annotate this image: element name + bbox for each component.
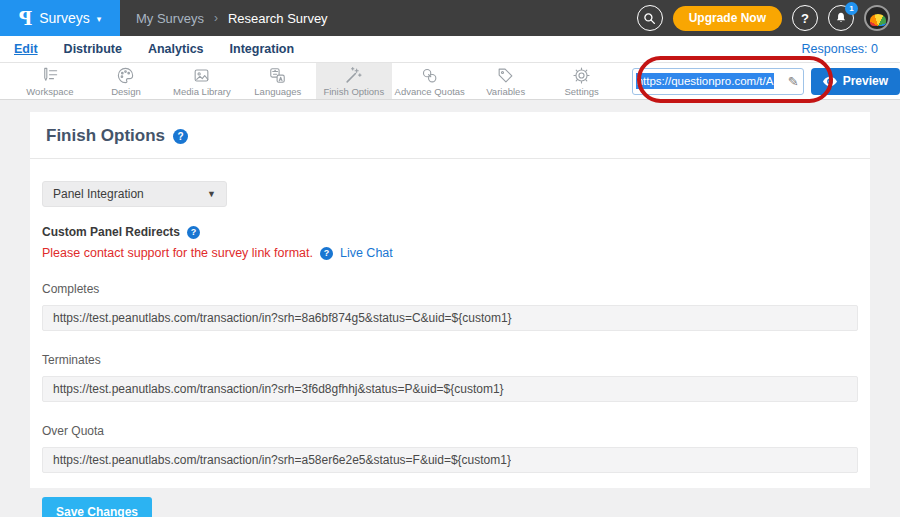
toolbar-tab-workspace[interactable]: Workspace — [12, 63, 88, 99]
toolbar-tab-advance-quotas[interactable]: Advance Quotas — [392, 63, 468, 99]
card-body: Panel Integration ▼ Custom Panel Redirec… — [30, 159, 870, 517]
preview-button[interactable]: Preview — [811, 68, 900, 95]
bell-icon — [834, 11, 848, 25]
terminates-input[interactable]: https://test.peanutlabs.com/transaction/… — [42, 376, 858, 402]
completes-input[interactable]: https://test.peanutlabs.com/transaction/… — [42, 305, 858, 331]
survey-nav-links: Edit Distribute Analytics Integration — [14, 42, 294, 56]
translate-icon — [268, 66, 287, 85]
main-content: Finish Options ? Panel Integration ▼ Cus… — [0, 100, 900, 517]
help-button[interactable]: ? — [792, 5, 818, 31]
product-name: Surveys — [39, 10, 90, 26]
upgrade-now-button[interactable]: Upgrade Now — [673, 6, 782, 31]
nav-tab-edit[interactable]: Edit — [14, 42, 38, 56]
toolbar-tab-design[interactable]: Design — [88, 63, 164, 99]
finish-options-card: Finish Options ? Panel Integration ▼ Cus… — [30, 112, 870, 488]
gear-icon — [572, 66, 591, 85]
survey-url-input[interactable]: https://questionpro.com/t/A ✎ — [632, 68, 804, 95]
redirects-help-icon[interactable]: ? — [187, 226, 200, 239]
terminates-label: Terminates — [42, 353, 854, 367]
over-quota-input[interactable]: https://test.peanutlabs.com/transaction/… — [42, 447, 858, 473]
magic-wand-icon — [344, 66, 363, 85]
user-avatar[interactable] — [864, 5, 890, 31]
edit-toolbar: Workspace Design Media Library Languages… — [0, 62, 900, 100]
notifications-button[interactable]: 1 — [828, 5, 854, 31]
avatar-image — [870, 14, 886, 26]
top-bar: P Surveys ▾ My Surveys › Research Survey… — [0, 0, 900, 36]
top-bar-actions: Upgrade Now ? 1 — [637, 5, 900, 31]
breadcrumb-my-surveys[interactable]: My Surveys — [136, 11, 204, 26]
save-changes-button[interactable]: Save Changes — [42, 497, 152, 517]
chain-links-icon — [420, 66, 439, 85]
survey-url-area: https://questionpro.com/t/A ✎ Preview — [632, 63, 900, 99]
product-switcher[interactable]: P Surveys ▾ — [0, 0, 120, 36]
card-header: Finish Options ? — [30, 112, 870, 159]
image-icon — [192, 66, 211, 85]
question-icon: ? — [801, 11, 809, 26]
responses-count[interactable]: Responses: 0 — [802, 42, 886, 56]
dropdown-caret-icon: ▼ — [207, 189, 216, 199]
completes-label: Completes — [42, 282, 854, 296]
breadcrumb-survey-name: Research Survey — [228, 11, 328, 26]
app-window: P Surveys ▾ My Surveys › Research Survey… — [0, 0, 900, 517]
survey-url-selected-text: https://questionpro.com/t/A — [636, 73, 775, 89]
live-chat-help-icon[interactable]: ? — [320, 247, 333, 260]
search-icon — [643, 12, 656, 25]
section-title: Custom Panel Redirects — [42, 225, 180, 239]
eye-icon — [823, 76, 837, 87]
finish-options-help-icon[interactable]: ? — [173, 129, 188, 144]
breadcrumb-separator: › — [214, 11, 218, 25]
search-button[interactable] — [637, 5, 663, 31]
page-title: Finish Options — [46, 126, 165, 146]
support-note-text: Please contact support for the survey li… — [42, 246, 313, 260]
over-quota-label: Over Quota — [42, 424, 854, 438]
questionpro-logo-icon: P — [19, 8, 33, 29]
toolbar-tab-finish-options[interactable]: Finish Options — [316, 63, 392, 99]
nav-tab-distribute[interactable]: Distribute — [64, 42, 122, 56]
toolbar-tab-settings[interactable]: Settings — [544, 63, 620, 99]
chevron-down-icon: ▾ — [97, 14, 102, 24]
nav-tab-integration[interactable]: Integration — [230, 42, 295, 56]
custom-panel-redirects-row: Custom Panel Redirects ? — [42, 225, 854, 239]
design-palette-icon — [116, 66, 135, 85]
toolbar-tab-media-library[interactable]: Media Library — [164, 63, 240, 99]
edit-url-pencil-icon[interactable]: ✎ — [788, 74, 799, 89]
nav-tab-analytics[interactable]: Analytics — [148, 42, 204, 56]
toolbar-tab-languages[interactable]: Languages — [240, 63, 316, 99]
tag-icon — [496, 66, 515, 85]
support-note-row: Please contact support for the survey li… — [42, 246, 854, 260]
survey-nav-row: Edit Distribute Analytics Integration Re… — [0, 36, 900, 62]
breadcrumb: My Surveys › Research Survey — [136, 11, 328, 26]
panel-integration-dropdown[interactable]: Panel Integration ▼ — [42, 181, 227, 207]
live-chat-link[interactable]: Live Chat — [340, 246, 393, 260]
notification-badge: 1 — [845, 2, 858, 15]
workspace-icon — [40, 66, 59, 85]
toolbar-tab-variables[interactable]: Variables — [468, 63, 544, 99]
